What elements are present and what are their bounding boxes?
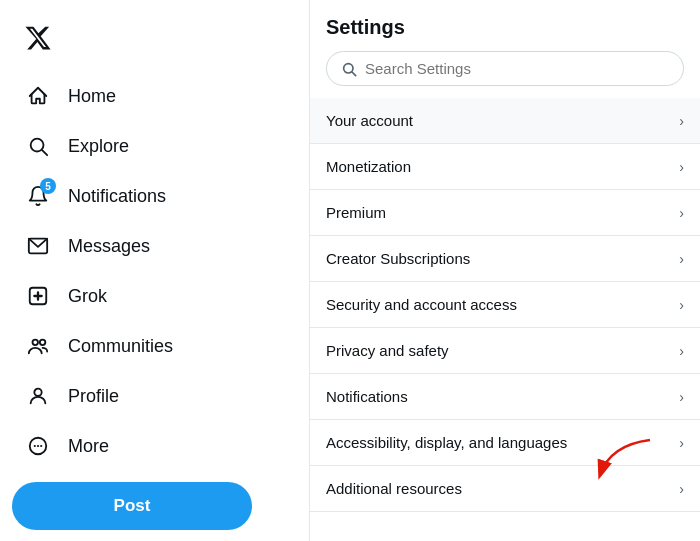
- sidebar-item-profile[interactable]: Profile: [12, 372, 297, 420]
- sidebar: Home Explore 5 Notifications: [0, 0, 310, 541]
- chevron-icon: ›: [679, 159, 684, 175]
- chevron-icon: ›: [679, 389, 684, 405]
- search-input[interactable]: [365, 60, 669, 77]
- settings-item-premium-label: Premium: [326, 204, 386, 221]
- settings-item-additional-label: Additional resources: [326, 480, 462, 497]
- settings-panel: Settings Your account › Monetization › P…: [310, 0, 700, 541]
- sidebar-item-messages-label: Messages: [68, 236, 150, 257]
- settings-item-your-account-label: Your account: [326, 112, 413, 129]
- settings-item-security-label: Security and account access: [326, 296, 517, 313]
- bell-icon: 5: [24, 182, 52, 210]
- sidebar-item-notifications-label: Notifications: [68, 186, 166, 207]
- sidebar-item-more-label: More: [68, 436, 109, 457]
- svg-point-10: [40, 445, 42, 447]
- sidebar-item-communities[interactable]: Communities: [12, 322, 297, 370]
- svg-point-6: [34, 389, 41, 396]
- settings-item-monetization[interactable]: Monetization ›: [310, 144, 700, 190]
- mail-icon: [24, 232, 52, 260]
- sidebar-item-home[interactable]: Home: [12, 72, 297, 120]
- sidebar-item-explore[interactable]: Explore: [12, 122, 297, 170]
- chevron-icon: ›: [679, 205, 684, 221]
- grok-icon: [24, 282, 52, 310]
- more-icon: [24, 432, 52, 460]
- settings-item-notifications[interactable]: Notifications ›: [310, 374, 700, 420]
- sidebar-item-communities-label: Communities: [68, 336, 173, 357]
- home-icon: [24, 82, 52, 110]
- svg-line-12: [352, 72, 356, 76]
- settings-item-security[interactable]: Security and account access ›: [310, 282, 700, 328]
- settings-item-creator-subscriptions[interactable]: Creator Subscriptions ›: [310, 236, 700, 282]
- page-title: Settings: [310, 16, 700, 51]
- search-icon: [341, 61, 357, 77]
- settings-item-privacy-label: Privacy and safety: [326, 342, 449, 359]
- svg-point-9: [37, 445, 39, 447]
- sidebar-item-grok-label: Grok: [68, 286, 107, 307]
- chevron-icon: ›: [679, 435, 684, 451]
- settings-item-accessibility[interactable]: Accessibility, display, and languages ›: [310, 420, 700, 466]
- settings-item-your-account[interactable]: Your account ›: [310, 98, 700, 144]
- sidebar-item-more[interactable]: More: [12, 422, 297, 470]
- sidebar-item-home-label: Home: [68, 86, 116, 107]
- settings-item-monetization-label: Monetization: [326, 158, 411, 175]
- settings-item-privacy[interactable]: Privacy and safety ›: [310, 328, 700, 374]
- communities-icon: [24, 332, 52, 360]
- svg-point-4: [33, 340, 39, 346]
- settings-list: Your account › Monetization › Premium › …: [310, 98, 700, 512]
- sidebar-item-grok[interactable]: Grok: [12, 272, 297, 320]
- chevron-icon: ›: [679, 343, 684, 359]
- chevron-icon: ›: [679, 481, 684, 497]
- x-logo-icon: [24, 24, 52, 52]
- sidebar-item-notifications[interactable]: 5 Notifications: [12, 172, 297, 220]
- settings-item-premium[interactable]: Premium ›: [310, 190, 700, 236]
- sidebar-item-profile-label: Profile: [68, 386, 119, 407]
- chevron-icon: ›: [679, 297, 684, 313]
- search-icon: [24, 132, 52, 160]
- twitter-logo[interactable]: [12, 16, 297, 64]
- svg-point-8: [34, 445, 36, 447]
- chevron-icon: ›: [679, 251, 684, 267]
- settings-item-creator-subscriptions-label: Creator Subscriptions: [326, 250, 470, 267]
- notification-badge: 5: [40, 178, 56, 194]
- settings-item-notifications-label: Notifications: [326, 388, 408, 405]
- chevron-icon: ›: [679, 113, 684, 129]
- search-bar[interactable]: [326, 51, 684, 86]
- post-button[interactable]: Post: [12, 482, 252, 530]
- sidebar-item-messages[interactable]: Messages: [12, 222, 297, 270]
- settings-item-additional[interactable]: Additional resources ›: [310, 466, 700, 512]
- svg-line-1: [42, 150, 47, 155]
- settings-item-accessibility-label: Accessibility, display, and languages: [326, 434, 567, 451]
- svg-point-5: [40, 340, 46, 346]
- person-icon: [24, 382, 52, 410]
- sidebar-item-explore-label: Explore: [68, 136, 129, 157]
